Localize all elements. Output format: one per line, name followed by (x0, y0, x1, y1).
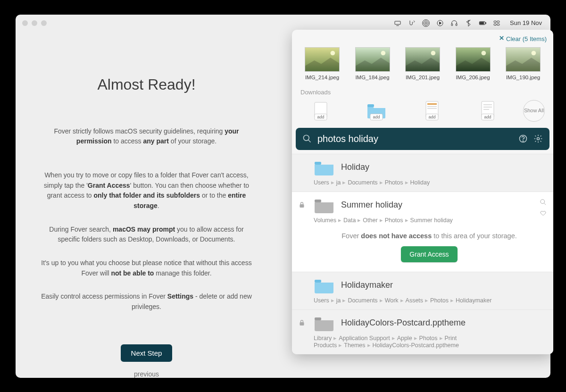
svg-rect-6 (456, 24, 457, 25)
clear-items-button[interactable]: Clear (5 Items) (292, 34, 553, 45)
svg-rect-13 (497, 24, 499, 25)
search-result[interactable]: Holiday Users▸ja▸Documents▸Photos▸Holida… (292, 154, 553, 192)
help-icon[interactable] (518, 134, 528, 143)
thumbnail[interactable]: IMG_184.jpeg (351, 47, 394, 80)
svg-point-37 (537, 138, 540, 140)
downloads-row: add add add add Show All (292, 100, 553, 128)
lock-icon (299, 319, 305, 326)
svg-rect-5 (451, 24, 453, 25)
result-title: HolidayColors-Postcard.pptheme (341, 318, 466, 328)
svg-point-15 (331, 50, 335, 55)
control-center-icon[interactable] (493, 19, 500, 27)
svg-rect-29 (427, 108, 437, 109)
download-slot[interactable]: add (356, 100, 397, 122)
svg-rect-39 (300, 204, 304, 208)
svg-rect-38 (315, 162, 321, 165)
previous-link[interactable]: previous (38, 370, 255, 378)
svg-rect-27 (427, 103, 437, 105)
result-title: Holiday (341, 162, 369, 172)
search-popover: Clear (5 Items) IMG_214.jpeg (292, 30, 553, 354)
onboarding-p2: When you try to move or copy files to a … (38, 170, 255, 211)
play-icon[interactable] (436, 19, 444, 27)
search-result[interactable]: Holidaymaker Users▸ja▸Documents▸Work▸Ass… (292, 272, 553, 309)
svg-point-17 (381, 50, 385, 55)
svg-point-19 (431, 50, 436, 55)
search-icon (302, 134, 312, 143)
svg-point-36 (523, 141, 523, 141)
svg-rect-42 (315, 280, 321, 283)
battery-icon[interactable] (479, 19, 486, 27)
svg-rect-25 (367, 104, 374, 107)
search-result[interactable]: HolidayColors-Postcard.pptheme Library▸A… (292, 309, 553, 354)
next-step-button[interactable]: Next Step (121, 344, 173, 362)
thumbnail-image (456, 47, 491, 72)
result-title: Holidaymaker (341, 280, 393, 290)
thumbnail[interactable]: IMG_206.jpeg (451, 47, 495, 80)
thumbnail-image (405, 47, 440, 72)
thumbnail-image (506, 47, 541, 72)
grant-access-button[interactable]: Grant Access (401, 246, 457, 262)
result-path: Volumes▸Data▸Other▸Photos▸Summer holiday (314, 217, 545, 224)
svg-rect-44 (315, 317, 321, 320)
access-block: Fover does not have access to this area … (314, 224, 545, 266)
search-result[interactable]: Summer holiday Volumes▸Data▸Other▸Photos… (292, 192, 553, 272)
folder-icon (314, 197, 334, 214)
svg-rect-8 (485, 22, 486, 24)
airdrop-icon[interactable] (422, 19, 430, 27)
download-slot[interactable]: add (412, 100, 452, 122)
onboarding-p3: During Fover search, macOS may prompt yo… (38, 225, 255, 245)
handoff-icon[interactable] (408, 19, 416, 27)
result-path: Users▸ja▸Documents▸Photos▸Holiday (314, 179, 545, 186)
thumbnail-label: IMG_201.jpeg (401, 75, 444, 80)
show-all-button[interactable]: Show All (523, 100, 545, 122)
thumbnail[interactable]: IMG_214.jpeg (300, 47, 344, 80)
search-icon[interactable] (540, 199, 547, 206)
thumbnail-label: IMG_206.jpeg (451, 75, 495, 80)
bluetooth-icon[interactable] (465, 19, 472, 27)
thumbnail[interactable]: IMG_201.jpeg (401, 47, 444, 80)
folder-icon (314, 159, 334, 176)
thumbnail-label: IMG_184.jpeg (351, 75, 394, 80)
download-slot[interactable]: add (300, 100, 341, 122)
thumbnail-image (305, 47, 340, 72)
result-title: Summer holiday (341, 200, 402, 210)
svg-rect-32 (483, 107, 492, 108)
menubar-right: Sun 19 Nov (394, 19, 542, 27)
svg-rect-31 (483, 104, 492, 105)
app-window: Sun 19 Nov Almost Ready! Fover strictly … (16, 15, 550, 378)
lock-icon (299, 201, 305, 208)
headphones-icon[interactable] (450, 19, 458, 27)
svg-rect-10 (494, 21, 496, 22)
thumbnail-label: IMG_214.jpeg (300, 75, 344, 80)
svg-point-23 (532, 50, 536, 55)
menubar-date[interactable]: Sun 19 Nov (510, 19, 542, 26)
svg-point-34 (304, 135, 309, 141)
onboarding-panel: Almost Ready! Fover strictly follows mac… (16, 15, 277, 378)
download-slot[interactable]: add (467, 100, 508, 122)
onboarding-p5: Easily control access permissions in Fov… (38, 292, 255, 312)
thumbnail[interactable]: IMG_190.jpeg (501, 47, 545, 80)
svg-point-21 (481, 50, 486, 55)
onboarding-intro: Fover strictly follows macOS security gu… (38, 126, 255, 147)
svg-rect-0 (395, 21, 400, 25)
svg-rect-40 (315, 200, 321, 202)
gear-icon[interactable] (533, 134, 543, 143)
downloads-label: Downloads (292, 84, 553, 100)
svg-rect-28 (427, 106, 437, 107)
svg-rect-12 (494, 24, 496, 25)
folder-icon (314, 277, 334, 294)
recent-thumbnails: IMG_214.jpeg IMG_184.jpeg (292, 45, 553, 84)
svg-rect-9 (480, 22, 484, 24)
heart-icon[interactable] (540, 209, 547, 217)
svg-rect-11 (497, 21, 499, 22)
onboarding-p4: It's up to you what you choose but pleas… (38, 258, 255, 278)
folder-icon (314, 315, 334, 332)
svg-point-41 (541, 199, 545, 203)
search-input[interactable]: photos holiday (317, 133, 513, 144)
svg-rect-33 (483, 109, 489, 110)
svg-rect-43 (300, 322, 304, 325)
search-bar[interactable]: photos holiday (296, 128, 549, 150)
search-results: Holiday Users▸ja▸Documents▸Photos▸Holida… (292, 154, 553, 354)
close-icon (499, 35, 504, 41)
display-icon[interactable] (394, 19, 401, 27)
